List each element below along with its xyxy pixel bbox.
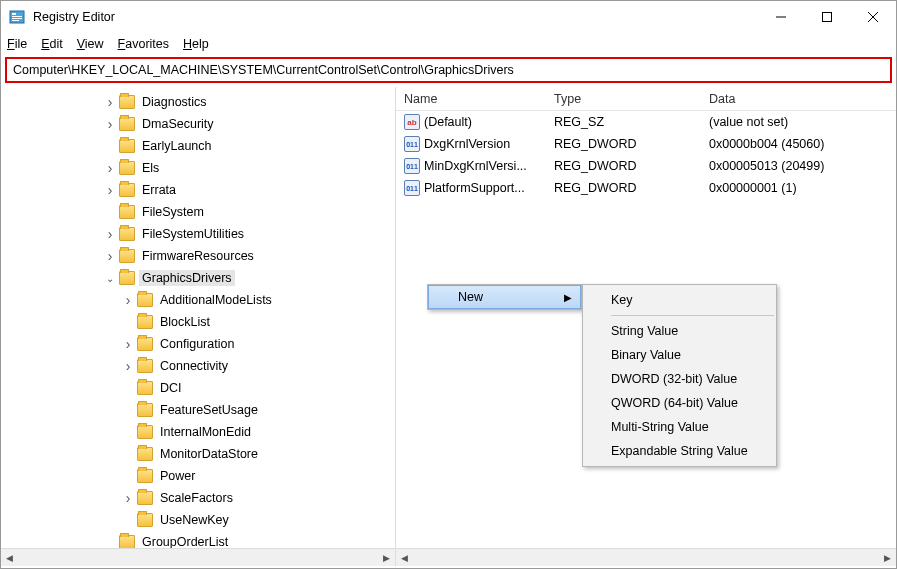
tree-item[interactable]: ⌄GraphicsDrivers <box>1 267 395 289</box>
folder-icon <box>137 359 153 373</box>
menu-view[interactable]: View <box>77 37 104 51</box>
tree-item-label: Power <box>157 468 198 484</box>
context-menu-new[interactable]: New ▶ <box>428 285 581 309</box>
tree-item[interactable]: EarlyLaunch <box>1 135 395 157</box>
folder-icon <box>119 535 135 548</box>
chevron-right-icon <box>121 425 135 439</box>
tree-item[interactable]: ›Connectivity <box>1 355 395 377</box>
chevron-right-icon[interactable]: › <box>121 337 135 351</box>
titlebar: Registry Editor <box>1 1 896 33</box>
tree-item-label: EarlyLaunch <box>139 138 215 154</box>
list-h-scrollbar[interactable]: ◀ ▶ <box>396 548 896 566</box>
context-submenu-item[interactable]: Key <box>583 288 776 312</box>
address-bar[interactable]: Computer\HKEY_LOCAL_MACHINE\SYSTEM\Curre… <box>5 57 892 83</box>
tree-item[interactable]: ›Configuration <box>1 333 395 355</box>
chevron-right-icon <box>121 447 135 461</box>
scroll-right-icon[interactable]: ▶ <box>378 549 395 566</box>
address-text: Computer\HKEY_LOCAL_MACHINE\SYSTEM\Curre… <box>13 63 514 77</box>
close-button[interactable] <box>850 2 896 32</box>
col-header-type[interactable]: Type <box>546 92 701 106</box>
chevron-right-icon[interactable]: › <box>103 161 117 175</box>
tree-item[interactable]: DCI <box>1 377 395 399</box>
tree-item[interactable]: MonitorDataStore <box>1 443 395 465</box>
tree-item-label: FirmwareResources <box>139 248 257 264</box>
value-data: 0x00000001 (1) <box>701 181 896 195</box>
tree-item[interactable]: ›Diagnostics <box>1 91 395 113</box>
list-header: Name Type Data <box>396 87 896 111</box>
tree-item[interactable]: BlockList <box>1 311 395 333</box>
svg-rect-1 <box>12 13 16 15</box>
list-row[interactable]: ab(Default)REG_SZ(value not set) <box>396 111 896 133</box>
folder-icon <box>137 513 153 527</box>
tree-item[interactable]: ›AdditionalModeLists <box>1 289 395 311</box>
tree-item[interactable]: ›ScaleFactors <box>1 487 395 509</box>
chevron-right-icon[interactable]: › <box>103 249 117 263</box>
dword-value-icon: 011 <box>404 136 420 152</box>
tree-item-label: Errata <box>139 182 179 198</box>
tree-item[interactable]: ›DmaSecurity <box>1 113 395 135</box>
chevron-right-icon[interactable]: › <box>103 227 117 241</box>
tree-item-label: AdditionalModeLists <box>157 292 275 308</box>
menu-file[interactable]: File <box>7 37 27 51</box>
window-title: Registry Editor <box>33 10 115 24</box>
tree-item[interactable]: FileSystem <box>1 201 395 223</box>
tree-item-label: MonitorDataStore <box>157 446 261 462</box>
menu-edit[interactable]: Edit <box>41 37 63 51</box>
svg-rect-6 <box>823 13 832 22</box>
list-row[interactable]: 011PlatformSupport...REG_DWORD0x00000001… <box>396 177 896 199</box>
tree-item[interactable]: GroupOrderList <box>1 531 395 548</box>
chevron-right-icon[interactable]: › <box>121 491 135 505</box>
context-submenu-item[interactable]: String Value <box>583 319 776 343</box>
value-data: 0x0000b004 (45060) <box>701 137 896 151</box>
folder-icon <box>137 337 153 351</box>
scroll-left-icon[interactable]: ◀ <box>396 549 413 566</box>
col-header-name[interactable]: Name <box>396 92 546 106</box>
tree-item-label: BlockList <box>157 314 213 330</box>
folder-icon <box>137 381 153 395</box>
context-submenu-item[interactable]: Expandable String Value <box>583 439 776 463</box>
chevron-right-icon[interactable]: › <box>103 95 117 109</box>
tree-item[interactable]: ›FileSystemUtilities <box>1 223 395 245</box>
tree-item[interactable]: Power <box>1 465 395 487</box>
scroll-right-icon[interactable]: ▶ <box>879 549 896 566</box>
value-type: REG_SZ <box>546 115 701 129</box>
context-submenu-item[interactable]: QWORD (64-bit) Value <box>583 391 776 415</box>
maximize-button[interactable] <box>804 2 850 32</box>
tree-item-label: InternalMonEdid <box>157 424 254 440</box>
tree-pane[interactable]: ›Diagnostics›DmaSecurityEarlyLaunch›Els›… <box>1 87 396 548</box>
svg-rect-2 <box>12 16 22 17</box>
tree-item[interactable]: ›FirmwareResources <box>1 245 395 267</box>
list-row[interactable]: 011MinDxgKrnlVersi...REG_DWORD0x00005013… <box>396 155 896 177</box>
chevron-down-icon[interactable]: ⌄ <box>103 271 117 285</box>
folder-icon <box>119 205 135 219</box>
tree-item[interactable]: UseNewKey <box>1 509 395 531</box>
tree-item[interactable]: FeatureSetUsage <box>1 399 395 421</box>
chevron-right-icon[interactable]: › <box>103 183 117 197</box>
context-submenu-item[interactable]: Multi-String Value <box>583 415 776 439</box>
context-submenu-item[interactable]: DWORD (32-bit) Value <box>583 367 776 391</box>
context-submenu-item[interactable]: Binary Value <box>583 343 776 367</box>
menu-favorites[interactable]: Favorites <box>118 37 169 51</box>
chevron-right-icon <box>121 403 135 417</box>
tree-item-label: FeatureSetUsage <box>157 402 261 418</box>
tree-item[interactable]: ›Els <box>1 157 395 179</box>
list-row[interactable]: 011DxgKrnlVersionREG_DWORD0x0000b004 (45… <box>396 133 896 155</box>
chevron-right-icon[interactable]: › <box>121 359 135 373</box>
menu-help[interactable]: Help <box>183 37 209 51</box>
tree-item[interactable]: ›Errata <box>1 179 395 201</box>
folder-icon <box>119 95 135 109</box>
bottom-scrollbars: ◀ ▶ ◀ ▶ <box>1 548 896 566</box>
scroll-left-icon[interactable]: ◀ <box>1 549 18 566</box>
tree-h-scrollbar[interactable]: ◀ ▶ <box>1 548 396 566</box>
chevron-right-icon[interactable]: › <box>103 117 117 131</box>
minimize-button[interactable] <box>758 2 804 32</box>
chevron-right-icon[interactable]: › <box>121 293 135 307</box>
dword-value-icon: 011 <box>404 158 420 174</box>
tree-item[interactable]: InternalMonEdid <box>1 421 395 443</box>
col-header-data[interactable]: Data <box>701 92 896 106</box>
folder-icon <box>119 139 135 153</box>
svg-rect-3 <box>12 18 22 19</box>
tree-item-label: Configuration <box>157 336 237 352</box>
tree-item-label: Els <box>139 160 162 176</box>
value-type: REG_DWORD <box>546 137 701 151</box>
